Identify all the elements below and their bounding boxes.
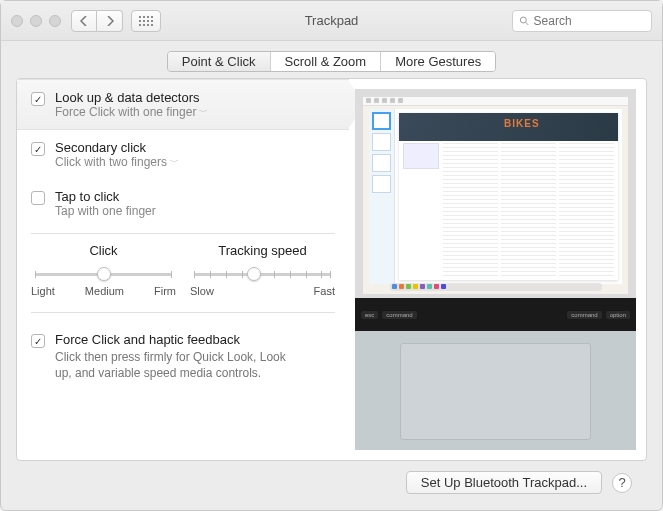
tracking-tick-fast: Fast	[314, 285, 335, 297]
tracking-slider-block: Tracking speed	[190, 243, 335, 297]
settings-panel: Look up & data detectors Force Click wit…	[16, 78, 647, 461]
search-icon	[519, 15, 530, 27]
preview-screen: BIKES	[355, 89, 636, 298]
titlebar: Trackpad	[1, 1, 662, 41]
tracking-slider[interactable]	[190, 266, 335, 282]
show-all-button[interactable]	[131, 10, 161, 32]
chevron-left-icon	[80, 16, 88, 26]
preview-touchbar: esc command command option	[355, 298, 636, 330]
back-button[interactable]	[71, 10, 97, 32]
search-input[interactable]	[534, 14, 645, 28]
tracking-slider-knob[interactable]	[247, 267, 261, 281]
secondary-click-checkbox[interactable]	[31, 142, 45, 156]
secondary-click-subtitle-dropdown[interactable]: Click with two fingers ﹀	[55, 155, 179, 169]
force-click-checkbox[interactable]	[31, 334, 45, 348]
secondary-click-title: Secondary click	[55, 140, 179, 155]
divider	[31, 312, 335, 313]
close-window-button[interactable]	[11, 15, 23, 27]
lookup-subtitle-dropdown[interactable]: Force Click with one finger ﹀	[55, 105, 208, 119]
click-tick-light: Light	[31, 285, 55, 297]
svg-point-0	[520, 17, 526, 23]
option-tap-to-click[interactable]: Tap to click Tap with one finger	[17, 179, 349, 228]
help-button[interactable]: ?	[612, 473, 632, 493]
tab-more-gestures[interactable]: More Gestures	[381, 52, 495, 71]
option-lookup[interactable]: Look up & data detectors Force Click wit…	[17, 79, 349, 130]
tap-to-click-checkbox[interactable]	[31, 191, 45, 205]
tracking-tick-slow: Slow	[190, 285, 214, 297]
click-slider-knob[interactable]	[97, 267, 111, 281]
search-field[interactable]	[512, 10, 652, 32]
chevron-down-icon: ﹀	[170, 156, 179, 169]
click-slider-label: Click	[31, 243, 176, 258]
gesture-preview: BIKES	[355, 89, 636, 450]
force-click-description: Click then press firmly for Quick Look, …	[55, 349, 295, 381]
window-controls	[11, 15, 61, 27]
chevron-right-icon	[106, 16, 114, 26]
force-click-title: Force Click and haptic feedback	[55, 332, 295, 347]
click-slider[interactable]	[31, 266, 176, 282]
grid-icon	[139, 16, 153, 26]
tab-point-and-click[interactable]: Point & Click	[168, 52, 271, 71]
tracking-slider-label: Tracking speed	[190, 243, 335, 258]
force-click-block: Force Click and haptic feedback Click th…	[17, 318, 349, 395]
forward-button[interactable]	[97, 10, 123, 32]
tab-scroll-and-zoom[interactable]: Scroll & Zoom	[271, 52, 382, 71]
setup-bluetooth-trackpad-button[interactable]: Set Up Bluetooth Trackpad...	[406, 471, 602, 494]
svg-line-1	[526, 22, 529, 25]
preferences-window: Trackpad Point & Click Scroll & Zoom Mor…	[0, 0, 663, 511]
lookup-title: Look up & data detectors	[55, 90, 208, 105]
options-column: Look up & data detectors Force Click wit…	[17, 79, 349, 460]
chevron-down-icon: ﹀	[199, 106, 208, 119]
divider	[31, 233, 335, 234]
option-secondary-click[interactable]: Secondary click Click with two fingers ﹀	[17, 130, 349, 179]
footer: Set Up Bluetooth Trackpad... ?	[16, 461, 647, 498]
click-tick-firm: Firm	[154, 285, 176, 297]
tab-bar: Point & Click Scroll & Zoom More Gesture…	[16, 51, 647, 72]
click-tick-medium: Medium	[85, 285, 124, 297]
lookup-checkbox[interactable]	[31, 92, 45, 106]
minimize-window-button[interactable]	[30, 15, 42, 27]
tap-to-click-title: Tap to click	[55, 189, 156, 204]
preview-doc-title: BIKES	[504, 118, 540, 129]
zoom-window-button[interactable]	[49, 15, 61, 27]
preview-trackpad-area	[355, 331, 636, 450]
click-slider-block: Click Light Medium Firm	[31, 243, 176, 297]
tap-to-click-subtitle: Tap with one finger	[55, 204, 156, 218]
